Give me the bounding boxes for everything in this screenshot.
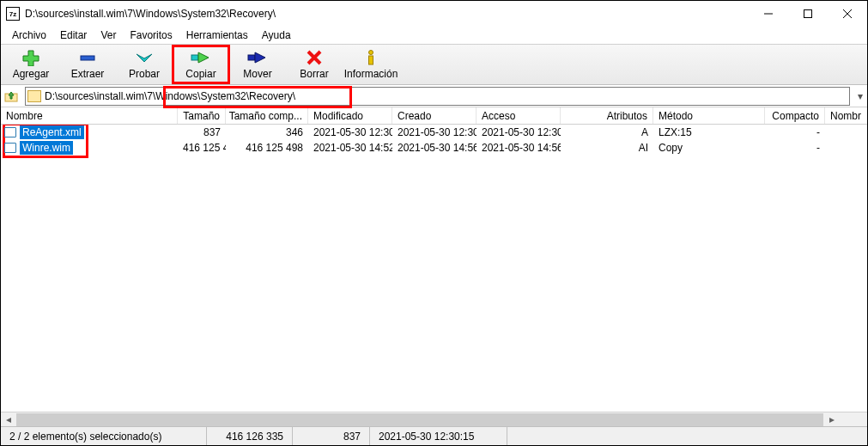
window-buttons: [749, 1, 867, 27]
path-input[interactable]: D:\sources\install.wim\7\Windows\System3…: [25, 87, 850, 106]
file-icon: [4, 127, 16, 137]
status-empty: [507, 427, 867, 445]
col-tamcomp[interactable]: Tamaño comp...: [226, 107, 308, 124]
status-selection: 2 / 2 elemento(s) seleccionado(s): [1, 427, 207, 445]
col-nombre2[interactable]: Nombr: [825, 107, 863, 124]
horizontal-scrollbar[interactable]: ◂ ▸: [1, 412, 867, 426]
info-button[interactable]: Información: [343, 46, 399, 83]
app-window: 7z D:\sources\install.wim\7\Windows\Syst…: [0, 0, 868, 446]
titlebar: 7z D:\sources\install.wim\7\Windows\Syst…: [1, 1, 867, 27]
menu-herramientas[interactable]: Herramientas: [180, 27, 254, 43]
col-acceso[interactable]: Acceso: [476, 107, 561, 124]
column-headers: Nombre Tamaño Tamaño comp... Modificado …: [1, 107, 867, 125]
file-name: ReAgent.xml: [20, 125, 84, 139]
minimize-button[interactable]: [749, 1, 788, 27]
window-title: D:\sources\install.wim\7\Windows\System3…: [25, 8, 749, 20]
info-icon: [362, 49, 379, 66]
svg-rect-4: [81, 56, 94, 60]
copy-arrow-icon: [190, 49, 212, 66]
col-creado[interactable]: Creado: [392, 107, 476, 124]
folder-icon: [27, 90, 41, 102]
address-bar: D:\sources\install.wim\7\Windows\System3…: [1, 85, 867, 107]
copy-button[interactable]: Copiar: [173, 46, 229, 83]
add-button[interactable]: Agregar: [3, 46, 59, 83]
svg-rect-8: [369, 56, 373, 64]
scroll-thumb[interactable]: [16, 413, 823, 426]
status-bar: 2 / 2 elemento(s) seleccionado(s) 416 12…: [1, 426, 867, 445]
move-button[interactable]: Mover: [229, 46, 286, 83]
plus-icon: [21, 49, 40, 66]
app-icon: 7z: [6, 7, 20, 21]
menu-archivo[interactable]: Archivo: [6, 27, 52, 43]
menu-editar[interactable]: Editar: [54, 27, 93, 43]
svg-rect-5: [191, 55, 198, 60]
svg-rect-6: [248, 55, 255, 60]
menu-favoritos[interactable]: Favoritos: [124, 27, 178, 43]
check-icon: [135, 49, 154, 66]
status-total: 416 126 335: [207, 427, 293, 445]
menu-bar: Archivo Editar Ver Favoritos Herramienta…: [1, 27, 867, 44]
col-compacto[interactable]: Compacto: [765, 107, 825, 124]
scroll-right-icon[interactable]: ▸: [824, 412, 839, 427]
file-list[interactable]: ReAgent.xml 837 346 2021-05-30 12:30 202…: [1, 125, 867, 412]
col-tamano[interactable]: Tamaño: [178, 107, 226, 124]
menu-ayuda[interactable]: Ayuda: [256, 27, 297, 43]
x-icon: [306, 49, 323, 66]
test-button[interactable]: Probar: [116, 46, 173, 83]
move-arrow-icon: [246, 49, 269, 66]
delete-button[interactable]: Borrar: [286, 46, 343, 83]
path-text: D:\sources\install.wim\7\Windows\System3…: [45, 90, 295, 102]
status-date: 2021-05-30 12:30:15: [370, 427, 507, 445]
menu-ver[interactable]: Ver: [94, 27, 122, 43]
col-metodo[interactable]: Método: [653, 107, 765, 124]
svg-point-7: [369, 51, 373, 55]
toolbar: Agregar Extraer Probar Copiar Mover Borr…: [1, 44, 867, 85]
status-seltotal: 837: [293, 427, 370, 445]
file-name: Winre.wim: [20, 141, 73, 155]
scroll-left-icon[interactable]: ◂: [1, 412, 15, 427]
file-icon: [4, 143, 16, 153]
minus-icon: [78, 49, 97, 66]
col-nombre[interactable]: Nombre: [1, 107, 178, 124]
list-item[interactable]: Winre.wim 416 125 498 416 125 498 2021-0…: [1, 140, 867, 156]
extract-button[interactable]: Extraer: [59, 46, 116, 83]
col-atributos[interactable]: Atributos: [561, 107, 653, 124]
maximize-button[interactable]: [788, 1, 828, 27]
close-button[interactable]: [828, 1, 867, 27]
list-item[interactable]: ReAgent.xml 837 346 2021-05-30 12:30 202…: [1, 125, 867, 140]
svg-rect-1: [804, 10, 812, 18]
col-modificado[interactable]: Modificado: [308, 107, 392, 124]
folder-up-icon: [4, 89, 18, 103]
nav-up-button[interactable]: [1, 86, 21, 107]
path-dropdown[interactable]: ▾: [853, 90, 867, 102]
